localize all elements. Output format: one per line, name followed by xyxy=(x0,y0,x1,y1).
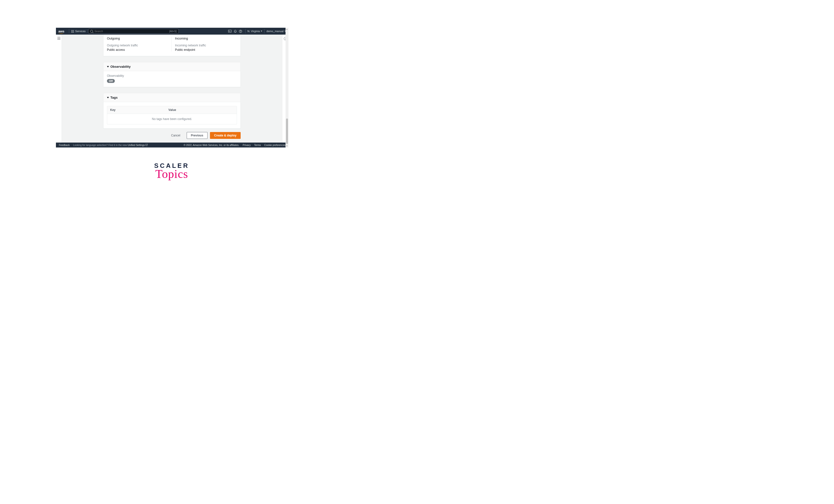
language-hint-text: Looking for language selection? Find it … xyxy=(73,144,128,147)
notifications-button[interactable] xyxy=(233,30,238,33)
region-label: N. Virginia xyxy=(247,30,260,32)
outgoing-heading: Outgoing xyxy=(107,37,169,40)
observability-panel: Observability Observability Off xyxy=(103,62,241,87)
observability-status-badge: Off xyxy=(107,79,115,83)
copyright-text: © 2022, Amazon Web Services, Inc. or its… xyxy=(184,144,239,147)
create-deploy-button[interactable]: Create & deploy xyxy=(210,132,241,139)
incoming-value: Public endpoint xyxy=(175,48,237,51)
external-link-icon xyxy=(146,144,148,146)
help-button[interactable] xyxy=(238,30,243,33)
search-input[interactable] xyxy=(94,30,168,32)
scroll-down-arrow[interactable]: ▾ xyxy=(286,145,288,148)
tags-table: Key Value No tags have been configured. xyxy=(107,106,237,125)
region-selector[interactable]: N. Virginia xyxy=(247,30,262,32)
tags-col-value: Value xyxy=(166,106,237,114)
content: Outgoing Outgoing network traffic Public… xyxy=(62,35,282,143)
scaler-topics-watermark: SCALER Topics xyxy=(154,162,189,181)
outgoing-value: Public access xyxy=(107,48,169,51)
left-rail xyxy=(56,35,62,143)
body: Outgoing Outgoing network traffic Public… xyxy=(56,35,288,143)
outgoing-sublabel: Outgoing network traffic xyxy=(107,44,169,47)
incoming-column: Incoming Incoming network traffic Public… xyxy=(172,37,237,51)
account-label: demo_manual xyxy=(266,30,284,32)
tags-col-key: Key xyxy=(107,106,166,114)
networking-panel: Outgoing Outgoing network traffic Public… xyxy=(103,35,241,56)
tags-table-header: Key Value xyxy=(107,106,237,114)
aws-swoosh-icon xyxy=(58,32,64,34)
tags-empty-message: No tags have been configured. xyxy=(107,114,237,124)
tags-panel: Tags Key Value No tags have been configu… xyxy=(103,93,241,129)
previous-button[interactable]: Previous xyxy=(187,132,207,139)
scrollbar-track[interactable]: ▴ ▾ xyxy=(286,28,288,148)
scroll-up-arrow[interactable]: ▴ xyxy=(286,28,288,31)
chevron-down-icon xyxy=(107,97,109,98)
incoming-sublabel: Incoming network traffic xyxy=(175,44,237,47)
feedback-link[interactable]: Feedback xyxy=(59,144,70,147)
wizard-actions: Cancel Previous Create & deploy xyxy=(103,132,241,139)
scrollbar-thumb[interactable] xyxy=(286,118,288,144)
outgoing-column: Outgoing Outgoing network traffic Public… xyxy=(107,37,169,51)
tags-title: Tags xyxy=(110,96,117,100)
search-icon xyxy=(90,30,93,32)
incoming-heading: Incoming xyxy=(175,37,237,40)
services-menu-button[interactable]: Services xyxy=(71,30,86,32)
tags-header[interactable]: Tags xyxy=(104,93,240,102)
watermark-line2: Topics xyxy=(154,167,189,181)
search-shortcut-hint: [Alt+S] xyxy=(169,30,177,32)
aws-logo[interactable]: aws xyxy=(58,29,65,33)
services-label: Services xyxy=(75,30,86,32)
cancel-button[interactable]: Cancel xyxy=(167,132,184,139)
grid-icon xyxy=(71,30,74,32)
privacy-link[interactable]: Privacy xyxy=(243,144,251,147)
aws-console-window: ▴ ▾ aws Services [Alt+S] xyxy=(56,28,288,148)
language-hint: Looking for language selection? Find it … xyxy=(73,144,148,147)
terms-link[interactable]: Terms xyxy=(254,144,261,147)
footer: Feedback Looking for language selection?… xyxy=(56,143,288,148)
chevron-down-icon xyxy=(261,31,262,32)
observability-title: Observability xyxy=(110,65,131,68)
chevron-down-icon xyxy=(107,66,109,67)
observability-header[interactable]: Observability xyxy=(104,62,240,71)
cloudshell-button[interactable] xyxy=(227,30,233,32)
unified-settings-link[interactable]: Unified Settings xyxy=(128,144,148,147)
observability-label: Observability xyxy=(107,74,237,78)
side-nav-toggle[interactable] xyxy=(58,37,60,40)
svg-rect-0 xyxy=(228,30,231,32)
cookie-preferences-link[interactable]: Cookie preferences xyxy=(264,144,286,147)
top-nav: aws Services [Alt+S] xyxy=(56,28,288,35)
search-box[interactable]: [Alt+S] xyxy=(88,29,179,34)
account-menu[interactable]: demo_manual xyxy=(266,30,286,32)
